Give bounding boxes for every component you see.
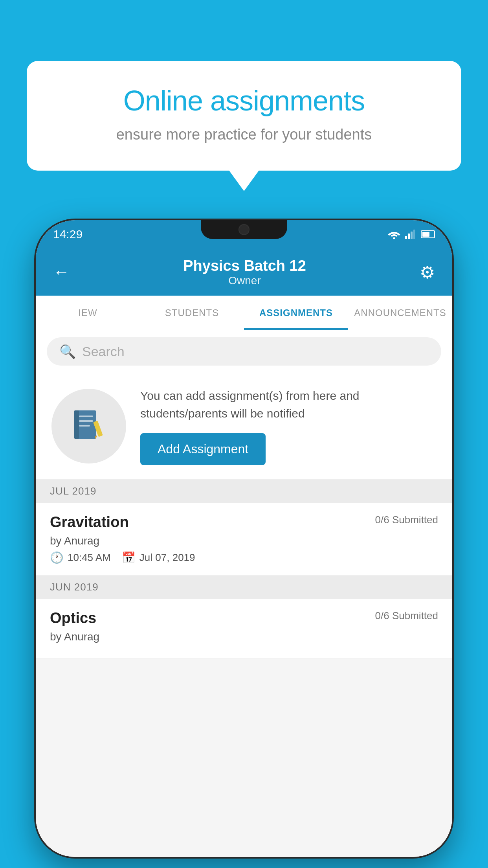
promo-card: You can add assignment(s) from here and … [36,373,452,480]
svg-rect-3 [411,232,413,239]
month-separator-jun: JUN 2019 [36,576,452,599]
svg-rect-1 [405,236,407,239]
search-placeholder: Search [82,344,125,359]
back-button[interactable]: ← [53,263,70,281]
tab-bar: IEW STUDENTS ASSIGNMENTS ANNOUNCEMENTS [36,296,452,330]
assignment-by: by Anurag [50,535,438,547]
promo-text: You can add assignment(s) from here and … [140,387,437,465]
svg-rect-7 [79,416,93,417]
calendar-icon: 📅 [122,551,136,564]
notebook-icon [71,408,106,444]
search-bar[interactable]: 🔍 Search [47,337,441,366]
speech-bubble-section: Online assignments ensure more practice … [27,61,461,171]
tab-students[interactable]: STUDENTS [140,296,244,330]
search-bar-wrapper: 🔍 Search [36,330,452,373]
speech-bubble: Online assignments ensure more practice … [27,61,461,171]
app-bar-title-group: Physics Batch 12 Owner [183,257,306,287]
assignment-by-optics: by Anurag [50,631,438,643]
search-icon: 🔍 [59,344,76,359]
wifi-icon [388,230,400,239]
month-separator-jul: JUL 2019 [36,480,452,503]
add-assignment-button[interactable]: Add Assignment [140,433,266,465]
status-time: 14:29 [53,228,83,241]
assignment-time: 🕐 10:45 AM [50,551,111,564]
assignment-item-gravitation[interactable]: Gravitation 0/6 Submitted by Anurag 🕐 10… [36,503,452,576]
front-camera [238,224,250,235]
assignment-top-optics: Optics 0/6 Submitted [50,610,438,627]
assignment-submitted: 0/6 Submitted [375,514,438,526]
svg-rect-8 [79,420,93,422]
phone-screen: 14:29 [36,220,452,857]
assignment-submitted-optics: 0/6 Submitted [375,610,438,622]
settings-icon[interactable]: ⚙ [420,262,435,282]
assignment-item-optics[interactable]: Optics 0/6 Submitted by Anurag [36,599,452,658]
svg-point-0 [393,237,395,239]
app-bar-subtitle: Owner [183,274,306,287]
signal-icon [405,230,416,239]
phone-notch [201,220,287,239]
svg-rect-6 [74,410,79,439]
phone-frame: 14:29 [36,220,452,857]
svg-rect-9 [79,425,90,427]
promo-icon-circle [51,389,126,463]
tab-iew[interactable]: IEW [36,296,140,330]
clock-icon: 🕐 [50,551,64,564]
phone-outer: 14:29 [36,220,452,857]
assignment-name: Gravitation [50,514,129,531]
assignment-date: 📅 Jul 07, 2019 [122,551,195,564]
app-bar-title: Physics Batch 12 [183,257,306,274]
speech-bubble-subtitle: ensure more practice for your students [54,126,434,143]
screen-content: 🔍 Search [36,330,452,857]
assignment-name-optics: Optics [50,610,96,627]
assignment-meta: 🕐 10:45 AM 📅 Jul 07, 2019 [50,551,438,564]
promo-description: You can add assignment(s) from here and … [140,387,437,422]
svg-rect-4 [413,230,415,239]
status-icons [388,230,435,239]
app-bar: ← Physics Batch 12 Owner ⚙ [36,248,452,296]
speech-bubble-title: Online assignments [54,85,434,117]
svg-rect-2 [408,234,410,239]
assignment-top: Gravitation 0/6 Submitted [50,514,438,531]
tab-announcements[interactable]: ANNOUNCEMENTS [348,296,452,330]
tab-assignments[interactable]: ASSIGNMENTS [244,296,348,330]
battery-icon [421,230,435,238]
